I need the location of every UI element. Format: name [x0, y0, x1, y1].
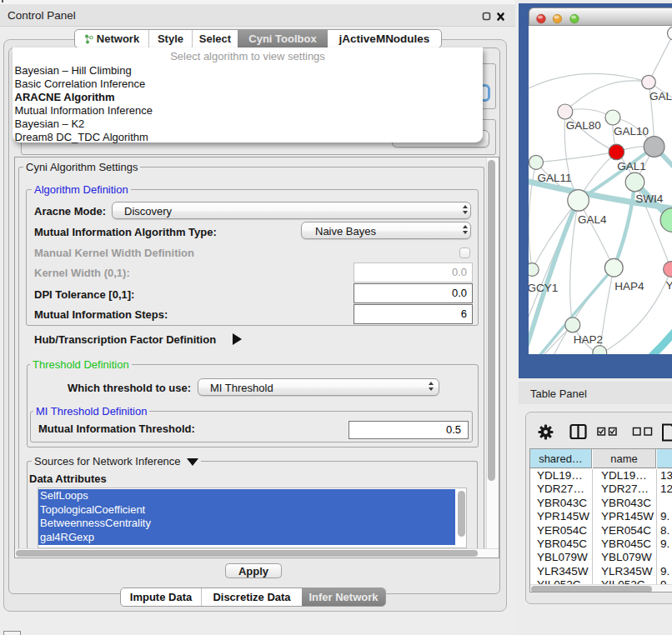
- svg-text:HAP4: HAP4: [614, 280, 644, 292]
- svg-text:SWI4: SWI4: [635, 192, 663, 205]
- svg-text:GAL80: GAL80: [566, 119, 601, 132]
- svg-text:GAL11: GAL11: [538, 172, 572, 184]
- svg-text:Y: Y: [666, 279, 672, 292]
- svg-text:GAL1: GAL1: [617, 160, 646, 172]
- svg-text:GAL2: GAL2: [649, 90, 672, 102]
- svg-text:HAP2: HAP2: [574, 333, 603, 346]
- svg-text:GAL10: GAL10: [614, 125, 649, 138]
- svg-text:GAL4: GAL4: [578, 213, 607, 226]
- svg-text:GCY1: GCY1: [529, 282, 558, 294]
